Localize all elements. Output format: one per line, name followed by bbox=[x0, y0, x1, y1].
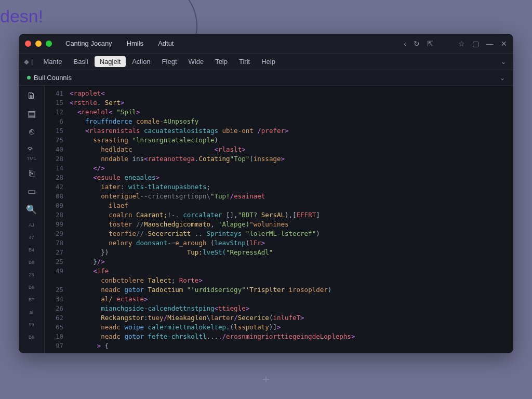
activity-label-14: al bbox=[30, 310, 33, 315]
line-number: 28 bbox=[47, 154, 63, 164]
code-line[interactable]: neadc getor Tadoctium "'urdidseriogy"'Tr… bbox=[70, 285, 509, 295]
menu-item-mante[interactable]: Mante bbox=[38, 56, 67, 67]
line-number: 75 bbox=[47, 136, 63, 145]
activity-item-9[interactable]: B4 bbox=[29, 247, 34, 252]
activity-item-11[interactable]: 28 bbox=[29, 272, 34, 277]
code-line[interactable]: Reckangstor:tuey/Mieakaglen\larter/Secer… bbox=[70, 313, 509, 323]
activity-item-1[interactable]: ▤ bbox=[28, 109, 36, 119]
diamond-icon: ◆ bbox=[24, 58, 29, 65]
line-number: 15 bbox=[47, 126, 63, 136]
minimize-window-button[interactable] bbox=[35, 41, 42, 47]
tabbar-chevron-icon[interactable]: ⌄ bbox=[500, 74, 510, 82]
activity-item-14[interactable]: al bbox=[30, 310, 33, 315]
activity-item-0[interactable]: 🗎 bbox=[27, 91, 36, 101]
file-tab-label: Bull Counnis bbox=[34, 74, 72, 82]
menu-item-tirit[interactable]: Tirit bbox=[234, 56, 255, 67]
panel-icon[interactable]: ▢ bbox=[472, 39, 479, 48]
code-line[interactable]: al/ ectaste> bbox=[70, 295, 509, 304]
code-line[interactable]: neadc woipe calermiettmalokeltep.(lsspot… bbox=[70, 323, 509, 332]
activity-icon-3: ᯤ bbox=[27, 144, 36, 155]
activity-label-10: B8 bbox=[29, 260, 34, 265]
close-window-button[interactable] bbox=[25, 41, 31, 47]
code-line[interactable]: mianchgside-calcendettnstping<ttiegle> bbox=[70, 304, 509, 313]
activity-item-13[interactable]: B7 bbox=[29, 297, 34, 302]
line-number: 09 bbox=[47, 201, 63, 210]
nav-forward-icon[interactable]: ⇱ bbox=[427, 39, 433, 48]
menu-item-aclion[interactable]: Aclion bbox=[127, 56, 155, 67]
menu-item-wide[interactable]: Wide bbox=[183, 56, 209, 67]
activity-item-4[interactable]: ⎘ bbox=[29, 168, 34, 179]
line-number: 49 bbox=[47, 267, 63, 276]
activity-item-3[interactable]: ᯤTML bbox=[27, 144, 36, 161]
activity-item-2[interactable]: ⎋ bbox=[29, 127, 34, 137]
close-icon[interactable]: ✕ bbox=[501, 39, 507, 48]
code-line[interactable]: frouffnderce comale-≐Unpsosfy bbox=[70, 117, 509, 126]
add-icon[interactable]: + bbox=[262, 372, 270, 387]
line-number: 97 bbox=[47, 341, 63, 351]
code-line[interactable]: conbctolere Talect; Rorte> bbox=[70, 276, 509, 285]
activity-label-11: 28 bbox=[29, 272, 34, 277]
code-line[interactable]: coalrn Caarant;!-. corcalater [],"BDT? S… bbox=[70, 210, 509, 220]
line-number: 41 bbox=[47, 89, 63, 98]
code-area[interactable]: <rapolet<<rstnle. Sert> <renelol< "Spil>… bbox=[69, 86, 513, 353]
line-number: 62 bbox=[47, 313, 63, 323]
code-line[interactable]: ssrasting "lnrsorgntatalectople) bbox=[70, 136, 509, 145]
code-line[interactable]: </> bbox=[70, 164, 509, 173]
code-line[interactable]: > { bbox=[70, 341, 509, 351]
separator: | bbox=[31, 58, 33, 65]
activity-label-12: B6 bbox=[29, 285, 34, 290]
modified-indicator-icon bbox=[27, 76, 31, 79]
code-line[interactable]: hedldatc <rlaslt> bbox=[70, 145, 509, 154]
title-tab-1[interactable]: Hmils bbox=[122, 37, 149, 49]
activity-icon-5: ▭ bbox=[28, 186, 36, 197]
maximize-window-button[interactable] bbox=[46, 41, 52, 47]
code-line[interactable]: <rlasrenistals cacuatestalosistags ubie-… bbox=[70, 126, 509, 136]
nav-reload-icon[interactable]: ↻ bbox=[414, 39, 420, 48]
activity-item-8[interactable]: 47 bbox=[29, 235, 34, 240]
file-tab[interactable]: Bull Counnis bbox=[22, 72, 77, 84]
menu-item-nagjelt[interactable]: Nagjelt bbox=[95, 56, 126, 67]
code-line[interactable]: <rapolet< bbox=[70, 89, 509, 98]
code-line[interactable]: }) Tup:lveSt("RepressAdl" bbox=[70, 248, 509, 257]
code-line[interactable]: <ife bbox=[70, 267, 509, 276]
titlebar: Canting Jocany Hmils Adtut ‹ ↻ ⇱ ☆ ▢ — ✕ bbox=[19, 34, 513, 54]
menu-item-flegt[interactable]: Flegt bbox=[157, 56, 182, 67]
line-number: 08 bbox=[47, 192, 63, 201]
code-line[interactable]: neadc gotor fefte-chrskoltl..../erosnmin… bbox=[70, 332, 509, 341]
nav-back-icon[interactable]: ‹ bbox=[404, 39, 406, 48]
code-line[interactable]: <renelol< "Spil> bbox=[70, 108, 509, 117]
code-line[interactable]: <esuule eneaales> bbox=[70, 173, 509, 182]
line-number: 42 bbox=[47, 182, 63, 192]
minimize-icon[interactable]: — bbox=[486, 39, 494, 48]
activity-item-12[interactable]: B6 bbox=[29, 285, 34, 290]
title-tab-0[interactable]: Canting Jocany bbox=[60, 37, 117, 49]
code-line[interactable]: nndable ins<rateanottega.Cotating"Top"(i… bbox=[70, 154, 509, 164]
activity-item-6[interactable]: 🔍 bbox=[26, 204, 37, 215]
code-line[interactable]: onteriguel--cricentsgrtiopn\"Tup!/esaina… bbox=[70, 192, 509, 201]
code-line[interactable]: iater: wits-tlatenupasbnets; bbox=[70, 182, 509, 192]
activity-item-7[interactable]: AJ bbox=[29, 222, 34, 228]
line-number: 29 bbox=[47, 229, 63, 238]
menu-item-help[interactable]: Help bbox=[256, 56, 281, 67]
activity-item-16[interactable]: B6 bbox=[29, 335, 34, 340]
activity-item-5[interactable]: ▭ bbox=[28, 186, 36, 197]
star-icon[interactable]: ☆ bbox=[458, 39, 465, 48]
activity-item-15[interactable]: 99 bbox=[29, 322, 34, 327]
menubar-chevron-icon[interactable]: ⌄ bbox=[501, 58, 508, 65]
activity-label-16: B6 bbox=[29, 335, 34, 340]
menu-item-basll[interactable]: Basll bbox=[69, 56, 94, 67]
activity-item-10[interactable]: B8 bbox=[29, 260, 34, 265]
code-line[interactable]: <rstnle. Sert> bbox=[70, 98, 509, 108]
activity-label-13: B7 bbox=[29, 297, 34, 302]
code-line[interactable]: }/> bbox=[70, 257, 509, 267]
line-number: 25 bbox=[47, 257, 63, 267]
line-number: 78 bbox=[47, 238, 63, 248]
code-line[interactable]: nelory doonsant-=e_arough (leavStnp(lFr> bbox=[70, 238, 509, 248]
menu-item-telp[interactable]: Telp bbox=[210, 56, 233, 67]
title-tab-2[interactable]: Adtut bbox=[153, 37, 179, 49]
line-number: 65 bbox=[47, 323, 63, 332]
code-line[interactable]: toster //Maoschedgicommato, 'Alapge)"wol… bbox=[70, 220, 509, 229]
code-line[interactable]: teorfie//-Secercriatt .. Sprintays "lole… bbox=[70, 229, 509, 238]
code-line[interactable]: ilaef bbox=[70, 201, 509, 210]
activity-icon-6: 🔍 bbox=[26, 204, 37, 215]
